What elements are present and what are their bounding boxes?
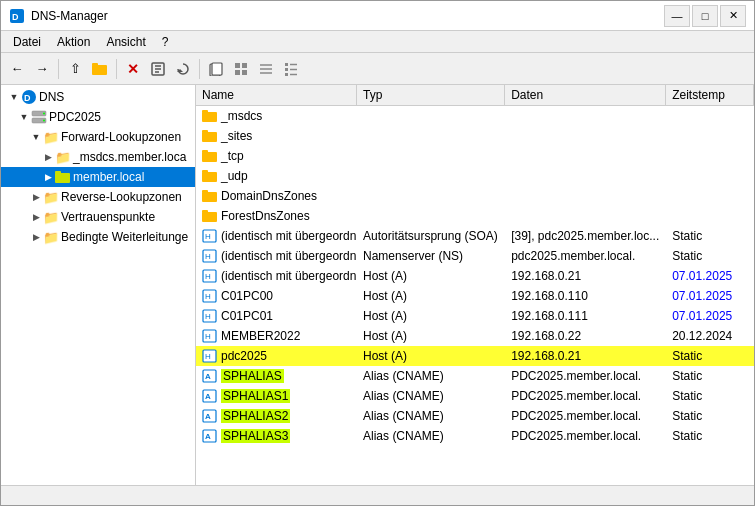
list-item[interactable]: H C01PC00 Host (A) 192.168.0.110 07.01.2… [196, 286, 754, 306]
cell-name: H MEMBER2022 [196, 328, 357, 344]
cell-data: 192.168.0.110 [505, 289, 666, 303]
tree-member-local[interactable]: ▶ member.local [1, 167, 195, 187]
cell-data: PDC2025.member.local. [505, 369, 666, 383]
svg-text:H: H [205, 292, 211, 301]
tree-conditional-fwd[interactable]: ▶ 📁 Bedingte Weiterleitunge [1, 227, 195, 247]
cell-name: H pdc2025 [196, 348, 357, 364]
svg-rect-22 [285, 73, 288, 76]
cell-name: H C01PC00 [196, 288, 357, 304]
svg-text:H: H [205, 252, 211, 261]
list-item[interactable]: _sites [196, 126, 754, 146]
svg-rect-12 [242, 63, 247, 68]
list-item[interactable]: A SPHALIAS3 Alias (CNAME) PDC2025.member… [196, 426, 754, 446]
cell-ts: Static [666, 389, 754, 403]
tree-trust-points[interactable]: ▶ 📁 Vertrauenspunkte [1, 207, 195, 227]
svg-rect-11 [235, 63, 240, 68]
back-button[interactable]: ← [5, 57, 29, 81]
maximize-button[interactable]: □ [692, 5, 718, 27]
window-controls: — □ ✕ [664, 5, 746, 27]
tree-forward-lookup[interactable]: ▼ 📁 Forward-Lookupzonen [1, 127, 195, 147]
list-item[interactable]: _udp [196, 166, 754, 186]
folder-button[interactable] [88, 57, 112, 81]
row-icon [202, 188, 218, 204]
list-item[interactable]: A SPHALIAS2 Alias (CNAME) PDC2025.member… [196, 406, 754, 426]
app-icon: D [9, 8, 25, 24]
svg-rect-2 [92, 65, 107, 75]
svg-text:H: H [205, 332, 211, 341]
list-item[interactable]: H pdc2025 Host (A) 192.168.0.21 Static [196, 346, 754, 366]
cell-ts: Static [666, 429, 754, 443]
tree-pdc2025[interactable]: ▼ PDC2025 [1, 107, 195, 127]
row-icon [202, 148, 218, 164]
svg-text:A: A [205, 372, 211, 381]
col-header-data[interactable]: Daten [505, 85, 666, 105]
forward-button[interactable]: → [30, 57, 54, 81]
col-header-name[interactable]: Name [196, 85, 357, 105]
close-button[interactable]: ✕ [720, 5, 746, 27]
row-icon [202, 168, 218, 184]
list-item[interactable]: H MEMBER2022 Host (A) 192.168.0.22 20.12… [196, 326, 754, 346]
main-content: ▼ D DNS ▼ PDC2025 ▼ 📁 Forward-Lookupzone… [1, 85, 754, 485]
up-button[interactable]: ⇧ [63, 57, 87, 81]
cell-type: Host (A) [357, 349, 505, 363]
properties-button[interactable] [146, 57, 170, 81]
svg-rect-20 [285, 68, 288, 71]
svg-text:D: D [12, 12, 19, 22]
menu-help[interactable]: ? [154, 33, 177, 51]
status-bar [1, 485, 754, 505]
tree-arrow-reverse: ▶ [29, 190, 43, 204]
menu-ansicht[interactable]: Ansicht [98, 33, 153, 51]
list-item[interactable]: ForestDnsZones [196, 206, 754, 226]
cell-ts: Static [666, 229, 754, 243]
row-icon: H [202, 248, 218, 264]
tree-dns-root[interactable]: ▼ D DNS [1, 87, 195, 107]
list-item[interactable]: H (identisch mit übergeordne... Host (A)… [196, 266, 754, 286]
view3-button[interactable] [279, 57, 303, 81]
minimize-button[interactable]: — [664, 5, 690, 27]
cell-ts: 07.01.2025 [666, 309, 754, 323]
cell-data: 192.168.0.21 [505, 349, 666, 363]
list-item[interactable]: _tcp [196, 146, 754, 166]
svg-rect-37 [202, 150, 208, 153]
cell-ts: Static [666, 409, 754, 423]
cell-ts: 07.01.2025 [666, 289, 754, 303]
tree-reverse-lookup[interactable]: ▶ 📁 Reverse-Lookupzonen [1, 187, 195, 207]
cell-data: PDC2025.member.local. [505, 409, 666, 423]
svg-text:D: D [24, 93, 31, 103]
cell-name: H C01PC01 [196, 308, 357, 324]
col-header-type[interactable]: Typ [357, 85, 505, 105]
list-item[interactable]: H C01PC01 Host (A) 192.168.0.111 07.01.2… [196, 306, 754, 326]
view2-button[interactable] [254, 57, 278, 81]
row-icon [202, 108, 218, 124]
cell-name: H (identisch mit übergeordne... [196, 248, 357, 264]
export-button[interactable] [204, 57, 228, 81]
cell-ts: Static [666, 369, 754, 383]
list-item[interactable]: A SPHALIAS1 Alias (CNAME) PDC2025.member… [196, 386, 754, 406]
refresh-button[interactable] [171, 57, 195, 81]
svg-rect-30 [55, 173, 70, 183]
tree-forward-label: Forward-Lookupzonen [61, 130, 181, 144]
svg-text:H: H [205, 352, 211, 361]
cell-data: PDC2025.member.local. [505, 429, 666, 443]
list-item[interactable]: H (identisch mit übergeordne... Namenser… [196, 246, 754, 266]
tree-msdcs[interactable]: ▶ 📁 _msdcs.member.loca [1, 147, 195, 167]
svg-rect-32 [202, 112, 217, 122]
cell-name: ForestDnsZones [196, 208, 357, 224]
menu-datei[interactable]: Datei [5, 33, 49, 51]
svg-text:A: A [205, 432, 211, 441]
menu-aktion[interactable]: Aktion [49, 33, 98, 51]
tree-member-label: member.local [73, 170, 144, 184]
cell-data: PDC2025.member.local. [505, 389, 666, 403]
tree-msdcs-label: _msdcs.member.loca [73, 150, 186, 164]
tree-arrow-dns: ▼ [7, 90, 21, 104]
list-item[interactable]: H (identisch mit übergeordne... Autoritä… [196, 226, 754, 246]
server-icon [31, 109, 47, 125]
delete-button[interactable]: ✕ [121, 57, 145, 81]
list-item[interactable]: A SPHALIAS Alias (CNAME) PDC2025.member.… [196, 366, 754, 386]
folder-msdcs-icon: 📁 [55, 149, 71, 165]
list-item[interactable]: _msdcs [196, 106, 754, 126]
col-header-ts[interactable]: Zeitstemp [666, 85, 754, 105]
view1-button[interactable] [229, 57, 253, 81]
list-item[interactable]: DomainDnsZones [196, 186, 754, 206]
svg-text:A: A [205, 392, 211, 401]
